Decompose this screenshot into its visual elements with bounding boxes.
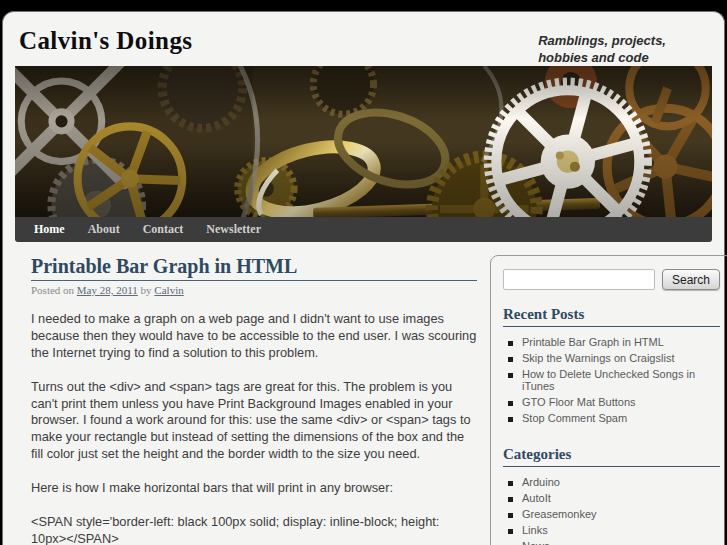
sidebar: Search Recent Posts Printable Bar Graph … bbox=[490, 255, 727, 545]
post-paragraph: Turns out the <div> and <span> tags are … bbox=[31, 379, 477, 463]
category-link[interactable]: Links bbox=[503, 522, 720, 538]
nav-item[interactable]: About bbox=[88, 222, 120, 237]
search-input[interactable] bbox=[503, 269, 655, 290]
post-body: I needed to make a graph on a web page a… bbox=[31, 311, 477, 545]
post-paragraph: <SPAN style='border-left: black 100px so… bbox=[31, 514, 477, 545]
recent-posts-list: Printable Bar Graph in HTML Skip the War… bbox=[503, 334, 720, 426]
site-header: Calvin's Doings Ramblings, projects, hob… bbox=[15, 12, 712, 66]
nav-item[interactable]: Home bbox=[34, 222, 65, 237]
category-link[interactable]: News bbox=[503, 538, 720, 545]
category-link[interactable]: AutoIt bbox=[503, 490, 720, 506]
post-title[interactable]: Printable Bar Graph in HTML bbox=[31, 255, 477, 281]
categories-list: Arduino AutoIt Greasemonkey Links News P… bbox=[503, 474, 720, 545]
site-tagline-line1: Ramblings, projects, bbox=[538, 33, 666, 50]
post-date-link[interactable]: May 28, 2011 bbox=[77, 284, 138, 296]
categories-heading: Categories bbox=[503, 446, 720, 467]
search-form: Search bbox=[503, 269, 720, 290]
recent-post-link[interactable]: Printable Bar Graph in HTML bbox=[503, 334, 720, 350]
post-paragraph: Here is how I make horizontal bars that … bbox=[31, 480, 477, 497]
post-meta-prefix: Posted on bbox=[31, 284, 74, 296]
nav-item[interactable]: Newsletter bbox=[206, 222, 261, 237]
recent-post-link[interactable]: How to Delete Unchecked Songs in iTunes bbox=[503, 366, 720, 394]
post-author-link[interactable]: Calvin bbox=[154, 284, 183, 296]
nav-item[interactable]: Contact bbox=[143, 222, 184, 237]
blog-post: Printable Bar Graph in HTML Posted on Ma… bbox=[31, 255, 477, 545]
recent-post-link[interactable]: Skip the Warnings on Craigslist bbox=[503, 350, 720, 366]
search-button[interactable]: Search bbox=[662, 269, 720, 290]
post-meta-connector: by bbox=[141, 284, 152, 296]
category-link[interactable]: Arduino bbox=[503, 474, 720, 490]
recent-posts-heading: Recent Posts bbox=[503, 306, 720, 327]
post-paragraph: I needed to make a graph on a web page a… bbox=[31, 311, 477, 362]
post-meta: Posted on May 28, 2011 by Calvin bbox=[31, 284, 477, 296]
header-image-gears bbox=[15, 66, 712, 217]
page-container: Calvin's Doings Ramblings, projects, hob… bbox=[2, 11, 725, 545]
post-content: Printable Bar Graph in HTML Posted on Ma… bbox=[31, 255, 477, 545]
main-area: Printable Bar Graph in HTML Posted on Ma… bbox=[15, 242, 712, 545]
category-link[interactable]: Greasemonkey bbox=[503, 506, 720, 522]
main-nav: Home About Contact Newsletter bbox=[15, 217, 712, 242]
recent-post-link[interactable]: GTO Floor Mat Buttons bbox=[503, 394, 720, 410]
site-tagline: Ramblings, projects, hobbies and code bbox=[538, 33, 666, 67]
recent-post-link[interactable]: Stop Comment Spam bbox=[503, 410, 720, 426]
site-tagline-line2: hobbies and code bbox=[538, 50, 666, 67]
header-image bbox=[15, 66, 712, 217]
